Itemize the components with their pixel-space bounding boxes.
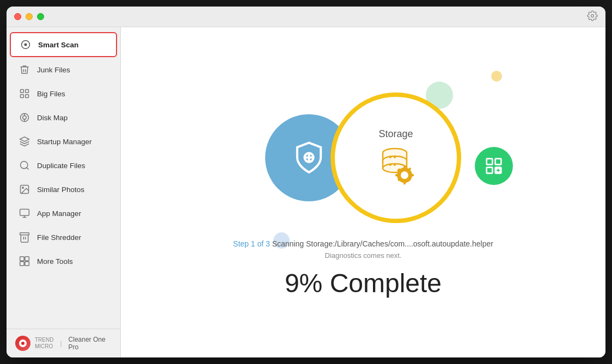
sidebar-item-duplicate-files[interactable]: Duplicate Files [10, 154, 117, 177]
svg-rect-46 [395, 174, 399, 176]
scan-illustration: Storage [265, 92, 461, 223]
sidebar-item-file-shredder[interactable]: File Shredder [10, 226, 117, 249]
svg-point-0 [591, 14, 594, 17]
svg-point-40 [389, 164, 391, 166]
traffic-lights [14, 13, 44, 20]
step-highlight: Step 1 of 3 [233, 239, 270, 248]
svg-rect-27 [487, 168, 493, 174]
svg-point-14 [22, 187, 24, 189]
sidebar-label-file-shredder: File Shredder [37, 233, 81, 242]
sidebar-item-junk-files[interactable]: Junk Files [10, 58, 117, 81]
sidebar-item-similar-photos[interactable]: Similar Photos [10, 178, 117, 201]
svg-point-39 [394, 156, 396, 158]
app-manager-icon [19, 207, 30, 219]
brand-product: Cleaner One Pro [69, 336, 112, 351]
progress-subtitle: Diagnostics comes next. [233, 251, 493, 260]
svg-rect-21 [20, 257, 25, 261]
sidebar-label-junk-files: Junk Files [37, 66, 70, 74]
duplicate-files-icon [19, 159, 30, 171]
progress-section: Step 1 of 3 Scanning Storage:/Library/Ca… [233, 239, 493, 298]
svg-rect-47 [411, 174, 414, 176]
sidebar-item-big-files[interactable]: Big Files [10, 82, 117, 105]
sidebar-label-smart-scan: Smart Scan [38, 41, 78, 49]
deco-green-large [475, 147, 513, 185]
svg-line-12 [27, 168, 29, 170]
smart-scan-icon [20, 39, 32, 51]
file-shredder-icon [19, 231, 30, 243]
svg-rect-15 [20, 209, 29, 216]
brand-text: TRENDMICRO [35, 337, 53, 350]
svg-point-38 [389, 156, 391, 158]
minimize-button[interactable] [26, 13, 33, 20]
sidebar-item-startup-manager[interactable]: Startup Manager [10, 130, 117, 153]
sidebar-footer: TRENDMICRO | Cleaner One Pro [7, 329, 120, 357]
title-bar [7, 7, 605, 27]
sidebar-item-app-manager[interactable]: App Manager [10, 202, 117, 225]
disk-map-icon [19, 112, 30, 124]
sidebar-label-app-manager: App Manager [37, 209, 81, 218]
svg-rect-23 [20, 262, 25, 266]
startup-manager-icon [19, 135, 30, 147]
progress-percent: 9% Complete [233, 268, 493, 298]
sidebar-label-more-tools: More Tools [37, 257, 73, 266]
svg-rect-25 [487, 159, 493, 165]
main-area: Storage [121, 27, 605, 357]
junk-files-icon [19, 64, 30, 76]
sidebar-label-duplicate-files: Duplicate Files [37, 162, 85, 170]
progress-step-text: Step 1 of 3 Scanning Storage:/Library/Ca… [233, 239, 493, 248]
close-button[interactable] [14, 13, 21, 20]
svg-rect-24 [25, 262, 29, 266]
svg-point-2 [25, 44, 27, 46]
svg-rect-3 [21, 90, 24, 93]
brand-divider: | [60, 340, 62, 347]
svg-rect-26 [495, 159, 501, 165]
svg-rect-44 [403, 166, 406, 169]
settings-icon[interactable] [587, 10, 598, 23]
deco-gold-dot [491, 71, 502, 82]
svg-point-41 [394, 164, 396, 166]
storage-db-icon [374, 145, 418, 187]
similar-photos-icon [19, 183, 30, 195]
scanning-path-text: Scanning Storage:/Library/Caches/com....… [272, 239, 493, 248]
svg-rect-45 [403, 181, 406, 184]
storage-label: Storage [378, 128, 413, 140]
svg-rect-28 [495, 168, 501, 174]
main-content: Smart Scan Junk Files [7, 27, 605, 357]
svg-rect-18 [20, 233, 29, 235]
sidebar-item-smart-scan[interactable]: Smart Scan [10, 32, 117, 57]
sidebar-label-big-files: Big Files [37, 90, 65, 98]
storage-circle: Storage [331, 92, 461, 223]
svg-point-29 [496, 168, 500, 172]
big-files-icon [19, 88, 30, 100]
sidebar: Smart Scan Junk Files [7, 27, 121, 357]
sidebar-label-startup-manager: Startup Manager [37, 138, 92, 146]
maximize-button[interactable] [37, 13, 44, 20]
svg-rect-5 [21, 95, 24, 98]
svg-point-43 [401, 171, 408, 179]
svg-point-11 [21, 162, 28, 169]
svg-rect-6 [26, 95, 29, 98]
sidebar-label-similar-photos: Similar Photos [37, 186, 84, 194]
trend-logo [15, 336, 30, 351]
more-tools-icon [19, 255, 30, 267]
sidebar-item-disk-map[interactable]: Disk Map [10, 106, 117, 129]
sidebar-label-disk-map: Disk Map [37, 114, 68, 122]
svg-rect-4 [26, 90, 29, 93]
svg-rect-22 [25, 257, 29, 261]
app-window: Smart Scan Junk Files [7, 7, 605, 357]
svg-point-8 [23, 116, 27, 120]
sidebar-item-more-tools[interactable]: More Tools [10, 250, 117, 273]
